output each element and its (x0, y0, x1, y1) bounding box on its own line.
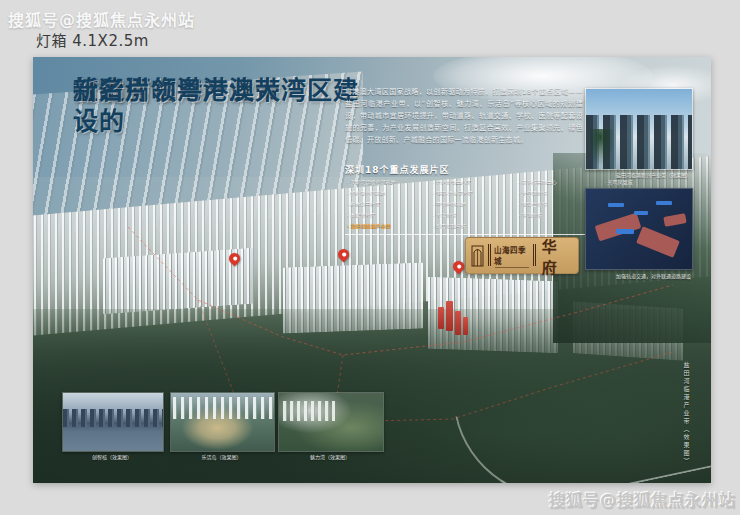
logo-name-block: 山海四季城 (488, 244, 536, 268)
vertical-caption: 盐田河临港产业带（效果图） (682, 362, 691, 466)
logo-project-name: 山海四季城 (488, 244, 536, 266)
inset-caption: 盐田河临港新兴产业带（效果图） (585, 171, 691, 178)
inset-image-meiliwan (278, 392, 384, 452)
inset-image-lehuodao (170, 392, 275, 452)
key-areas-title: 深圳18个重点发展片区 (345, 163, 450, 176)
inset-image-industry-cluster (585, 88, 693, 170)
key-area-item: 坂雪岗科技城 (433, 222, 512, 229)
key-area-item: 留仙洞总部基地 (347, 189, 426, 196)
project-building-red (438, 307, 444, 329)
key-areas-column: 北站商务中心区 笋岗-清水河片区 平湖金融基地 大运新城 坂雪岗科技城 (433, 178, 512, 229)
watermark-bottom: 搜狐号@搜狐焦点永州站 (549, 487, 736, 511)
logo-script-flourish (495, 267, 529, 268)
key-area-item: 梅林彩田片区 (347, 200, 426, 207)
inset-palm-trees (590, 129, 616, 169)
key-area-item: 北站商务中心区 (433, 178, 512, 185)
tower-emblem-icon (471, 244, 484, 268)
key-area-item: 笋岗-清水河片区 (433, 189, 512, 196)
project-building-red (463, 317, 468, 335)
key-areas-column: 深圳湾超级总部基地 留仙洞总部基地 梅林彩田片区 香蜜湖片区 盐田河临港产业带 (347, 178, 426, 229)
billboard-artwork: 盐田河临港产业带 打造引领粤港澳大湾区建设的 新名片 粤港澳大湾区国家战略，以创… (33, 57, 711, 483)
inset-caption: 创智核（效果图） (62, 453, 162, 460)
logo-suffix: 华府 (542, 235, 573, 277)
map-label-chip (608, 203, 624, 207)
inset-skyline (173, 397, 274, 419)
project-logo-badge: 山海四季城 华府 (465, 237, 579, 274)
key-area-item: 光明凤凰城 (604, 178, 683, 185)
project-building-red (455, 311, 461, 335)
key-area-item: 深圳湾超级总部基地 (347, 178, 426, 185)
inset-skyline (63, 409, 163, 427)
title-line-3: 新名片 (73, 75, 151, 106)
inset-image-chuangzhihe (62, 392, 164, 452)
project-building-red (446, 301, 453, 331)
lightbox-spec-label: 灯箱 4.1X2.5m (36, 29, 149, 50)
inset-caption: 乐活岛（效果图） (170, 453, 273, 460)
key-area-item: 平湖金融基地 (433, 200, 512, 207)
inset-skyline (283, 401, 335, 421)
inset-caption: 魅力湾（效果图） (278, 453, 382, 460)
map-label-chip (616, 229, 634, 234)
key-area-item: 前海城市新中心 (519, 178, 598, 185)
watermark-top: 搜狐号@搜狐焦点永州站 (8, 7, 195, 31)
billboard-description: 粤港澳大湾区国家战略，以创新驱动为特质，打造深圳18个重点区域——盐田河临港产业… (345, 87, 583, 146)
key-area-item-highlighted: 盐田河临港产业带 (347, 222, 426, 229)
key-area-item: 大运新城 (433, 211, 512, 218)
map-label-chip (656, 201, 672, 205)
inset-image-transit-map (585, 188, 693, 270)
inset-caption: 加强轨道交通，对外联通道路建设 (585, 272, 691, 279)
map-label-chip (634, 211, 648, 215)
key-area-item: 香蜜湖片区 (347, 211, 426, 218)
